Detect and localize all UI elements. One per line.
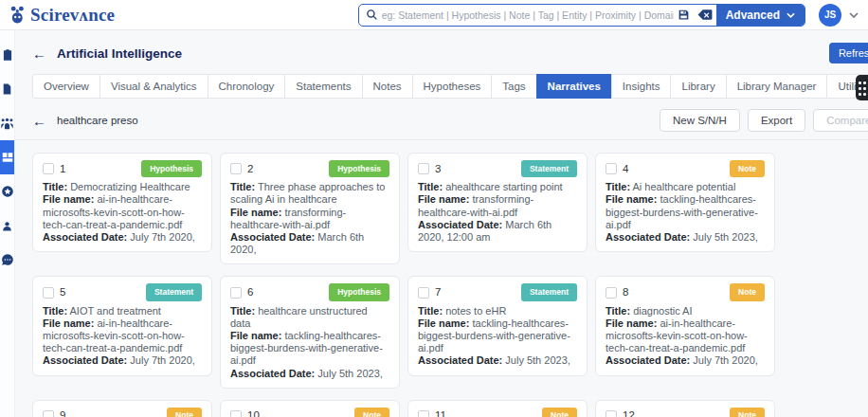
narrative-card[interactable]: 10NoteTitle: AIOTAssociated Date: Septem… xyxy=(220,400,400,417)
card-title: Title: Three phase approaches to scaling… xyxy=(230,181,389,206)
sidebar-item-dashboard[interactable] xyxy=(0,140,14,174)
top-bar: Scirevʌnce Advan xyxy=(0,0,868,30)
card-number: 12 xyxy=(623,409,635,417)
card-title: Title: diagnostic AI xyxy=(606,305,765,317)
narrative-card[interactable]: 3StatementTitle: ahealthcare starting po… xyxy=(407,153,588,252)
drag-handle-widget[interactable] xyxy=(856,75,868,100)
narrative-card[interactable]: 5StatementTitle: AIOT and treatmentFile … xyxy=(32,276,212,375)
narrative-card[interactable]: 11NoteTitle: Aging population creates st… xyxy=(407,400,588,417)
app-logo[interactable]: Scirevʌnce xyxy=(9,5,115,26)
narrative-card[interactable]: 1HypothesisTitle: Democratizing Healthca… xyxy=(32,153,212,252)
back-arrow-icon[interactable]: ← xyxy=(32,46,46,61)
card-checkbox[interactable] xyxy=(418,287,429,299)
card-checkbox[interactable] xyxy=(418,410,429,417)
tab-statements[interactable]: Statements xyxy=(284,74,362,99)
tabs-row: OverviewVisual & AnalyticsChronologyStat… xyxy=(15,72,868,104)
star-circle-icon xyxy=(1,185,14,198)
narrative-card[interactable]: 4NoteTitle: Ai healthcare potentialFile … xyxy=(595,153,775,252)
team-icon xyxy=(0,118,14,130)
search-icon xyxy=(359,9,382,21)
type-badge: Statement xyxy=(521,160,577,177)
search-input[interactable] xyxy=(382,9,674,21)
card-checkbox[interactable] xyxy=(230,163,242,174)
type-badge: Note xyxy=(730,283,765,300)
card-checkbox[interactable] xyxy=(230,410,242,417)
subheader: ← healthcare preso New S/N/H Export Comp… xyxy=(15,104,868,139)
sidebar-item-team[interactable] xyxy=(0,106,14,140)
type-badge: Note xyxy=(730,408,765,417)
page-title: Artificial Intelligence xyxy=(57,46,182,61)
card-checkbox[interactable] xyxy=(606,287,617,299)
card-title: Title: AIOT and treatment xyxy=(43,305,202,317)
card-checkbox[interactable] xyxy=(43,163,54,174)
tab-overview[interactable]: Overview xyxy=(32,74,100,99)
card-checkbox[interactable] xyxy=(606,163,617,174)
card-associated-date: Associated Date: July 5th 2023, xyxy=(230,368,389,380)
narrative-card[interactable]: 8NoteTitle: diagnostic AIFile name: ai-i… xyxy=(595,276,775,375)
save-search-icon[interactable] xyxy=(674,9,694,21)
sidebar-item-user[interactable] xyxy=(0,208,14,243)
tab-notes[interactable]: Notes xyxy=(362,74,413,99)
avatar-chevron-down-icon[interactable] xyxy=(849,12,859,18)
logo-text: Scirevʌnce xyxy=(30,5,115,26)
tab-visual-analytics[interactable]: Visual & Analytics xyxy=(99,74,208,99)
narrative-card[interactable]: 2HypothesisTitle: Three phase approaches… xyxy=(220,153,400,264)
card-file-name: File name: tackling-healthcares-biggest-… xyxy=(606,193,765,231)
advanced-label: Advanced xyxy=(726,9,780,22)
narrative-card[interactable]: 7StatementTitle: notes to eHRFile name: … xyxy=(407,276,588,375)
type-badge: Statement xyxy=(146,283,202,300)
sidebar-item-chat[interactable] xyxy=(0,243,14,277)
advanced-button[interactable]: Advanced xyxy=(716,4,805,27)
card-associated-date: Associated Date: July 7th 2020, xyxy=(43,231,202,244)
card-file-name: File name: transforming-healthcare-with-… xyxy=(230,207,389,231)
card-number: 5 xyxy=(60,286,65,299)
narrative-card[interactable]: 6HypothesisTitle: healthcare unstructure… xyxy=(220,276,400,388)
compare-button[interactable]: Compare xyxy=(813,109,868,132)
card-associated-date: Associated Date: March 6th 2020, xyxy=(230,231,389,256)
type-badge: Note xyxy=(730,160,765,177)
tab-library-manager[interactable]: Library Manager xyxy=(726,74,828,99)
card-file-name: File name: ai-in-healthcare-microsofts-k… xyxy=(43,193,202,231)
sidebar-item-clipboard[interactable] xyxy=(0,38,14,72)
type-badge: Note xyxy=(542,408,577,417)
new-snh-button[interactable]: New S/N/H xyxy=(660,109,740,132)
narrative-title: healthcare preso xyxy=(57,115,138,126)
card-number: 9 xyxy=(60,409,65,417)
card-checkbox[interactable] xyxy=(418,163,429,174)
avatar[interactable]: JS xyxy=(819,4,841,27)
card-title: Title: healthcare unstructured data xyxy=(230,305,389,330)
card-title: Title: Democratizing Healthcare xyxy=(43,181,202,193)
card-checkbox[interactable] xyxy=(230,287,242,299)
card-number: 7 xyxy=(435,286,441,299)
chat-dots-icon xyxy=(1,253,14,266)
tab-narratives[interactable]: Narratives xyxy=(536,74,612,99)
refresh-button[interactable]: Refresh xyxy=(829,43,868,63)
tab-hypotheses[interactable]: Hypotheses xyxy=(412,74,493,99)
card-title: Title: ahealthcare starting point xyxy=(418,181,577,193)
card-checkbox[interactable] xyxy=(43,410,54,417)
user-icon xyxy=(1,220,13,232)
card-number: 11 xyxy=(435,409,446,417)
narrative-card[interactable]: 12NoteTitle: Ai potential in healthcareA… xyxy=(595,400,775,417)
card-associated-date: Associated Date: July 5th 2023, xyxy=(418,354,577,367)
tab-insights[interactable]: Insights xyxy=(611,74,672,99)
sidebar-item-starred[interactable] xyxy=(0,174,14,208)
card-checkbox[interactable] xyxy=(606,410,617,417)
subheader-back-arrow-icon[interactable]: ← xyxy=(32,114,46,128)
clipboard-list-icon xyxy=(1,48,14,62)
card-number: 10 xyxy=(247,409,260,417)
main-content: ← Artificial Intelligence Refresh Overvi… xyxy=(15,30,868,417)
card-number: 3 xyxy=(435,163,441,175)
card-checkbox[interactable] xyxy=(43,287,54,299)
page-header: ← Artificial Intelligence Refresh xyxy=(15,30,868,72)
sidebar xyxy=(0,30,15,417)
clear-search-icon[interactable] xyxy=(694,9,716,21)
tab-chronology[interactable]: Chronology xyxy=(208,74,286,99)
tab-library[interactable]: Library xyxy=(670,74,726,99)
sidebar-item-document[interactable] xyxy=(0,72,14,106)
app-window: Scirevʌnce Advan xyxy=(0,0,868,417)
export-button[interactable]: Export xyxy=(748,109,805,132)
narrative-card[interactable]: 9NoteTitle: impact on healthcare workAss… xyxy=(32,400,212,417)
chevron-down-icon xyxy=(787,12,795,18)
tab-tags[interactable]: Tags xyxy=(491,74,536,99)
